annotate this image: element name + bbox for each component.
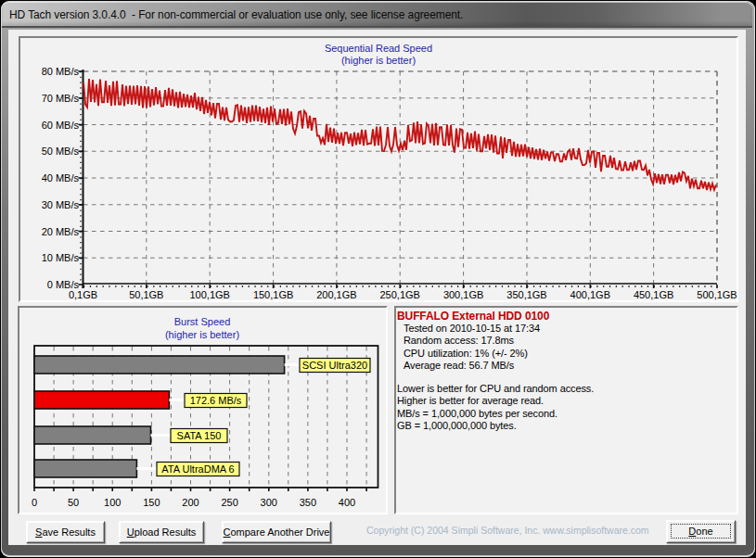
svg-text:(higher is better): (higher is better) [165,329,239,340]
svg-text:50,1GB: 50,1GB [129,289,163,300]
svg-text:400: 400 [339,497,355,508]
svg-text:(higher is better): (higher is better) [341,55,416,66]
svg-text:60 MB/s: 60 MB/s [42,120,80,131]
svg-text:150: 150 [143,497,160,508]
svg-text:172.6 MB/s: 172.6 MB/s [190,395,242,406]
svg-text:500,1GB: 500,1GB [697,289,737,300]
svg-text:SCSI Ultra320: SCSI Ultra320 [302,360,367,371]
svg-text:400,1GB: 400,1GB [570,289,610,300]
svg-text:0,1GB: 0,1GB [69,289,97,300]
svg-text:30 MB/s: 30 MB/s [42,199,80,210]
svg-text:350,1GB: 350,1GB [506,289,546,300]
svg-text:300: 300 [261,497,277,508]
svg-text:20 MB/s: 20 MB/s [42,226,80,237]
svg-text:100: 100 [104,497,121,508]
svg-text:80 MB/s: 80 MB/s [42,66,80,77]
svg-text:150,1GB: 150,1GB [253,289,293,300]
svg-text:200: 200 [182,497,199,508]
svg-text:Burst Speed: Burst Speed [174,316,231,327]
svg-text:350: 350 [300,497,316,508]
svg-text:100,1GB: 100,1GB [189,289,229,300]
svg-text:10 MB/s: 10 MB/s [42,252,80,263]
svg-text:450,1GB: 450,1GB [634,289,673,300]
svg-text:40 MB/s: 40 MB/s [42,172,80,184]
svg-text:250: 250 [221,497,237,508]
svg-text:ATA UltraDMA 6: ATA UltraDMA 6 [161,463,234,475]
svg-text:70 MB/s: 70 MB/s [42,93,80,104]
svg-text:SATA 150: SATA 150 [177,430,222,441]
svg-text:250,1GB: 250,1GB [379,289,419,300]
svg-text:50 MB/s: 50 MB/s [42,146,80,157]
svg-text:300,1GB: 300,1GB [443,289,483,300]
svg-text:0: 0 [32,497,37,508]
svg-text:200,1GB: 200,1GB [316,289,356,300]
svg-text:50: 50 [68,497,79,508]
svg-text:Sequential Read Speed: Sequential Read Speed [325,43,432,54]
